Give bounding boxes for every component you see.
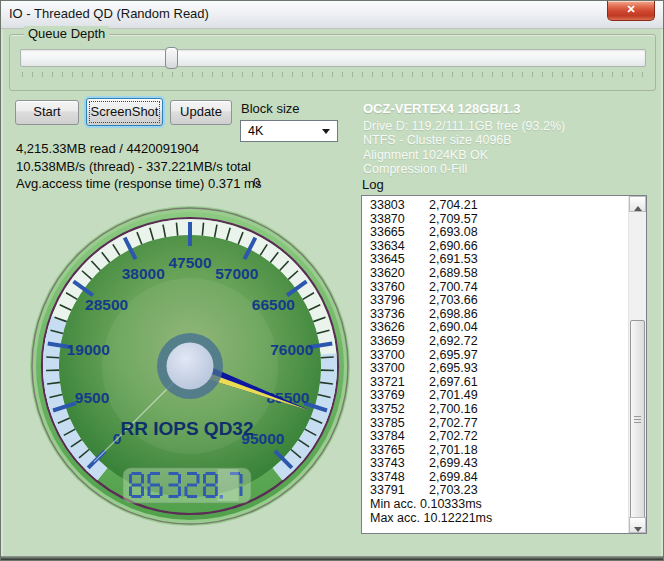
aux-counter-text: 0 (253, 175, 260, 190)
log-row[interactable]: 336202,689.58 (370, 267, 628, 281)
log-row[interactable]: 337962,703.66 (370, 294, 628, 308)
gauge-tick-label: 76000 (270, 341, 313, 358)
log-row[interactable]: 336452,691.53 (370, 253, 628, 267)
log-row[interactable]: 337002,695.93 (370, 362, 628, 376)
log-list: 338032,704.21338702,709.57336652,693.083… (362, 196, 628, 533)
access-time-text: Avg.access time (response time) 0.371 ms (16, 175, 261, 193)
close-button[interactable]: ✕ (607, 1, 655, 21)
scroll-down-button[interactable] (629, 517, 646, 533)
block-size-value: 4K (248, 124, 263, 138)
gauge-tick-label: 19000 (67, 341, 110, 358)
block-size-label: Block size (241, 101, 300, 116)
close-icon: ✕ (626, 3, 635, 15)
log-row[interactable]: 337842,702.72 (370, 430, 628, 444)
lcd-last-digit-highlight (218, 469, 239, 501)
drive-info-line: Drive D: 119.2/111.1GB free (93.2%) (363, 119, 565, 133)
gauge-tick-label: 28500 (85, 296, 128, 313)
log-label: Log (362, 177, 384, 192)
gauge-title: RR IOPS QD32 (120, 418, 253, 439)
scroll-up-button[interactable] (629, 196, 646, 212)
log-row[interactable]: 336592,692.72 (370, 335, 628, 349)
gauge-tick-label: 57000 (215, 265, 258, 282)
log-row[interactable]: 337602,700.74 (370, 281, 628, 295)
queue-depth-group: Queue Depth (9, 34, 656, 91)
app-window: IO - Threaded QD (Random Read) ✕ Queue D… (0, 0, 664, 561)
log-row[interactable]: 337432,699.43 (370, 457, 628, 471)
drive-title: OCZ-VERTEX4 128GB/1.3 (363, 101, 521, 116)
log-row[interactable]: 337212,697.61 (370, 376, 628, 390)
log-scrollbar[interactable] (628, 196, 646, 533)
log-row[interactable]: 336652,693.08 (370, 226, 628, 240)
read-bytes-text: 4,215.33MB read / 4420091904 (16, 140, 261, 158)
title-bar[interactable]: IO - Threaded QD (Random Read) ✕ (1, 1, 663, 29)
log-row[interactable]: 337692,701.49 (370, 389, 628, 403)
log-listbox[interactable]: 338032,704.21338702,709.57336652,693.083… (361, 195, 647, 534)
gauge-minor-tick (46, 357, 59, 358)
update-button[interactable]: Update (170, 100, 232, 125)
slider-tick-marks (22, 72, 643, 77)
log-row[interactable]: 337002,695.97 (370, 349, 628, 363)
screenshot-button[interactable]: ScreenShot (86, 98, 163, 126)
log-row[interactable]: 337652,701.18 (370, 444, 628, 458)
queue-depth-label: Queue Depth (24, 26, 109, 41)
drive-info-line: Compression 0-Fill (363, 162, 565, 176)
log-row[interactable]: 337852,702.77 (370, 417, 628, 431)
stats-block: 4,215.33MB read / 4420091904 10.538MB/s … (16, 140, 261, 193)
log-row[interactable]: 337362,698.86 (370, 308, 628, 322)
log-row[interactable]: 338032,704.21 (370, 199, 628, 213)
gauge-tick-label: 47500 (168, 254, 211, 271)
slider-thumb[interactable] (165, 47, 178, 69)
window-title: IO - Threaded QD (Random Read) (9, 6, 209, 21)
log-row[interactable]: 336262,690.04 (370, 321, 628, 335)
log-row[interactable]: 336342,690.66 (370, 240, 628, 254)
log-footer-row: Min acc. 0.10333ms (370, 498, 628, 512)
gauge-tick-label: 9500 (75, 389, 109, 406)
gauge-tick-label: 38000 (122, 265, 165, 282)
drive-info-line: Alignment 1024KB OK (363, 148, 565, 162)
throughput-text: 10.538MB/s (thread) - 337.221MB/s total (16, 158, 261, 176)
iops-gauge: 0950019000285003800047500570006650076000… (29, 205, 351, 527)
gauge-tick-label: 66500 (252, 296, 295, 313)
drive-info-line: NTFS - Cluster size 4096B (363, 133, 565, 147)
block-size-combobox[interactable]: 4K (240, 120, 338, 142)
log-footer-row: Max acc. 10.12221ms (370, 512, 628, 526)
log-row[interactable]: 337912,703.23 (370, 484, 628, 498)
chevron-down-icon (322, 129, 330, 134)
scroll-up-icon (634, 206, 642, 211)
window-bottom-edge (1, 556, 663, 560)
log-row[interactable]: 337522,700.16 (370, 403, 628, 417)
scroll-down-icon (634, 527, 642, 532)
queue-depth-slider[interactable] (20, 49, 646, 67)
start-button[interactable]: Start (15, 100, 79, 125)
drive-info-block: Drive D: 119.2/111.1GB free (93.2%) NTFS… (363, 119, 565, 177)
log-row[interactable]: 338702,709.57 (370, 213, 628, 227)
gauge-minor-tick (321, 357, 334, 358)
scroll-thumb[interactable] (630, 320, 645, 520)
log-row[interactable]: 337482,699.84 (370, 471, 628, 485)
